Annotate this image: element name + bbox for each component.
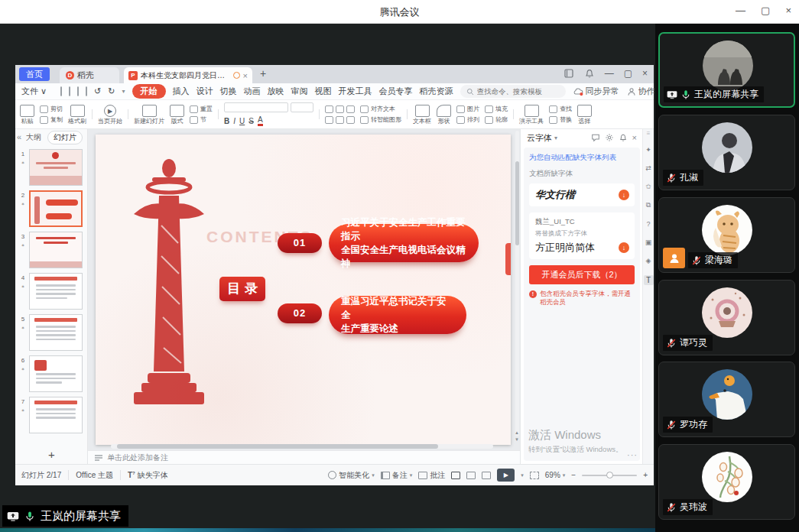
notes-bar[interactable]: 单击此处添加备注 (88, 450, 520, 464)
line-spacing-icon[interactable] (346, 105, 355, 113)
current-slide[interactable]: CONTENTS 目录 01 习近平关于安全生产工作重要指示 全国安全生产电视电… (96, 135, 511, 445)
theme-name[interactable]: Office 主题 (76, 470, 113, 481)
rail-tool-4-icon[interactable]: ⧉ (646, 201, 651, 209)
italic-button[interactable]: I (233, 117, 235, 125)
notes-toggle-button[interactable]: 备注 ▾ (381, 470, 413, 481)
gear-icon[interactable] (605, 133, 614, 142)
feedback-bubble-icon[interactable] (591, 133, 600, 142)
missing-font-status[interactable]: T? 缺失字体 (128, 470, 168, 481)
slide-canvas[interactable]: CONTENTS 目录 01 习近平关于安全生产工作重要指示 全国安全生产电视电… (88, 129, 520, 450)
smart-beautify-button[interactable]: 智能美化 ▾ (328, 470, 375, 481)
participant-tile[interactable]: 谭巧灵 (658, 280, 795, 355)
bold-button[interactable]: B (224, 117, 229, 125)
add-slide-button[interactable]: + (15, 448, 88, 461)
panel-more-icon[interactable]: ··· (627, 450, 638, 459)
align-right-icon[interactable] (346, 116, 355, 124)
slideshow-play-button[interactable]: ▶ (497, 469, 515, 482)
rail-tool-1-icon[interactable]: ✦ (645, 146, 651, 154)
participant-tile[interactable]: 吴玮波 (658, 444, 795, 520)
present-tools-button[interactable]: 演示工具 (519, 105, 544, 125)
rail-tool-5-icon[interactable]: ? (646, 220, 650, 228)
menu-tab-start[interactable]: 开始 (132, 84, 166, 99)
picture-button[interactable]: 图片 (456, 105, 479, 113)
bell-icon[interactable] (619, 133, 628, 142)
canvas-vertical-scrollbar[interactable] (515, 131, 519, 436)
font-panel-dropdown-icon[interactable]: ▾ (554, 135, 557, 141)
close-icon[interactable]: × (785, 5, 791, 16)
menu-tab-insert[interactable]: 插入 (173, 86, 190, 97)
convert-smartart-button[interactable]: 转智能图形 (360, 116, 401, 124)
download-icon[interactable]: ↓ (619, 242, 629, 253)
select-button[interactable]: 选择 (577, 105, 592, 125)
find-button[interactable]: 查找 (549, 105, 572, 113)
layout-button[interactable]: 版式 (170, 105, 184, 125)
zoom-slider-knob[interactable] (606, 472, 613, 478)
font-name-select[interactable] (224, 102, 288, 112)
notification-bell-icon[interactable] (584, 68, 595, 79)
canvas-horizontal-scrollbar[interactable] (111, 444, 493, 449)
shapes-button[interactable]: 形状 (437, 105, 451, 125)
wps-docer-tab[interactable]: D 稻壳 (60, 67, 119, 83)
align-text-button[interactable]: 对齐文本 (360, 105, 401, 113)
fill-button[interactable]: 填充 (485, 105, 508, 113)
wps-restore-icon[interactable]: ▢ (624, 68, 632, 79)
slide-thumbnail[interactable]: 7 ✶ (15, 395, 88, 436)
redo-icon[interactable]: ↻ (108, 86, 115, 96)
missing-font-card[interactable]: 魏兰_UI_TC 将替换成下方字体 方正明尚简体 ↓ (529, 212, 635, 259)
close-document-icon[interactable]: × (243, 71, 248, 80)
save-icon[interactable] (60, 86, 62, 96)
menu-tab-view[interactable]: 视图 (315, 86, 332, 97)
new-slide-button[interactable]: 新建幻灯片 (134, 105, 164, 125)
replace-button[interactable]: 替换 (549, 116, 572, 124)
preview-icon[interactable] (86, 86, 87, 96)
copy-button[interactable]: 复制 (40, 116, 63, 124)
numbered-list-icon[interactable] (336, 105, 344, 113)
wps-home-button[interactable]: 首页 (19, 67, 50, 81)
rail-tool-3-icon[interactable]: ✩ (645, 183, 651, 190)
slide-thumbnail[interactable]: 1 ✶ (15, 148, 88, 189)
rail-handle-icon[interactable]: ≡ (647, 132, 651, 135)
export-icon[interactable] (69, 86, 70, 96)
menu-tab-design[interactable]: 设计 (197, 86, 213, 97)
slide-thumbnail[interactable]: 3 ✶ (15, 230, 88, 271)
new-tab-button[interactable]: + (260, 67, 266, 79)
slide-thumbnail-selected[interactable]: 2 ✶ (15, 189, 88, 230)
reset-button[interactable]: 重置 (190, 105, 213, 113)
more-dropdown-icon[interactable]: ▾ (122, 88, 125, 95)
participant-tile[interactable]: 孔淑 (658, 115, 795, 190)
slide-thumbnail[interactable]: 5 ✶ (15, 313, 88, 354)
missing-font-list-link[interactable]: 为您自动匹配缺失字体列表 (529, 153, 635, 163)
menu-tab-member[interactable]: 会员专享 (379, 86, 413, 97)
outline-tab[interactable]: 大纲 (26, 132, 41, 143)
zoom-slider[interactable] (582, 475, 637, 476)
format-painter-button[interactable]: 格式刷 (68, 105, 86, 125)
rail-tool-2-icon[interactable]: ⇄ (645, 164, 651, 172)
strikethrough-button[interactable]: S (248, 117, 254, 125)
underline-button[interactable]: U (239, 117, 245, 125)
participant-tile[interactable]: 罗功存 (658, 362, 795, 437)
paste-button[interactable]: 粘贴 (20, 105, 34, 125)
font-color-button[interactable]: A (258, 115, 263, 126)
sync-status-button[interactable]: 同步异常 (573, 86, 619, 97)
member-download-button[interactable]: 开通会员后下载（2） (529, 265, 635, 284)
notebook-icon[interactable] (564, 68, 574, 79)
participant-tile[interactable]: 王岚的屏幕共享 (658, 32, 795, 108)
slide-sorter-view-icon[interactable] (466, 472, 476, 479)
wps-document-tab[interactable]: P 本科生党支部四月党日活动.pptx × (124, 67, 252, 83)
command-search[interactable] (460, 85, 566, 98)
zoom-level[interactable]: 69% ▾ (545, 471, 566, 479)
arrange-button[interactable]: 排列 (456, 116, 479, 124)
bullet-list-icon[interactable] (325, 105, 333, 113)
search-input[interactable] (477, 87, 560, 96)
wps-minimize-icon[interactable]: — (605, 68, 614, 79)
maximize-icon[interactable]: ▢ (761, 5, 770, 16)
comment-button[interactable]: 批注 (418, 470, 445, 481)
download-icon[interactable]: ↓ (619, 190, 629, 200)
menu-tab-animation[interactable]: 动画 (244, 86, 261, 97)
menu-tab-transition[interactable]: 切换 (220, 86, 237, 97)
menu-tab-devtools[interactable]: 开发工具 (339, 86, 372, 97)
font-size-select[interactable] (291, 102, 313, 112)
close-panel-icon[interactable]: × (632, 133, 637, 142)
missing-font-card[interactable]: 华文行楷 ↓ (529, 183, 635, 206)
play-dropdown-icon[interactable]: ▾ (521, 472, 524, 478)
